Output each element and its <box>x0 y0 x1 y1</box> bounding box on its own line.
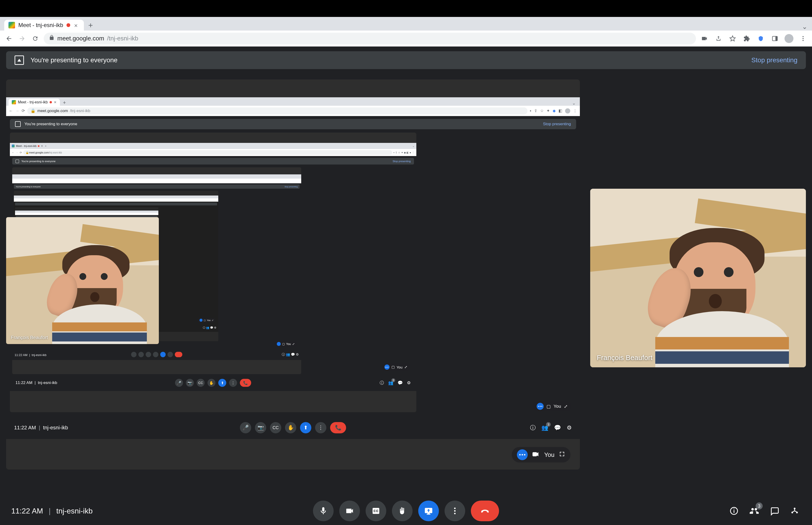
browser-tab-active[interactable]: Meet - tnj-esni-ikb <box>4 20 84 31</box>
profile-avatar[interactable] <box>784 34 794 43</box>
svg-point-6 <box>454 508 456 509</box>
nested-newtab: + <box>61 100 68 106</box>
tab-strip: Meet - tnj-esni-ikb + ⌄ <box>0 17 812 31</box>
nested-forward-icon: → <box>15 108 19 113</box>
participant-camera-tile[interactable]: François Beaufort <box>590 189 806 367</box>
n2yp-cam: ▢ <box>392 365 395 369</box>
separator: | <box>49 507 50 515</box>
close-tab-icon[interactable] <box>74 23 78 28</box>
n2t: 11:22 AM <box>16 380 32 385</box>
extensions-icon[interactable] <box>742 34 751 43</box>
nested-hangup: 📞 <box>330 422 346 433</box>
nested-favicon <box>12 100 16 104</box>
bookmark-star-icon[interactable] <box>728 34 737 43</box>
n2pres: ⬆ <box>218 379 226 387</box>
nested-share-icon: ⇪ <box>534 108 537 113</box>
mini-right-2: ⓘ 👥 💬 ⚙ <box>203 326 216 329</box>
nested-ext2-icon: ◆ <box>553 108 556 113</box>
leave-call-button[interactable] <box>471 500 499 521</box>
nested-chat-icon: 💬 <box>554 424 561 431</box>
nested-people-badge: 3 <box>546 422 551 427</box>
n2cc: CC <box>197 379 205 387</box>
nested-mic: 🎤 <box>240 422 251 433</box>
forward-button[interactable] <box>17 34 27 43</box>
right-controls: 3 <box>728 505 801 517</box>
deep-chrome1 <box>12 174 301 179</box>
nested2-banner: You're presenting to everyone Stop prese… <box>12 158 414 165</box>
nested-meeting-info: 11:22 AM | tnj-esni-ikb <box>14 425 68 431</box>
meeting-info[interactable]: 11:22 AM | tnj-esni-ikb <box>11 507 93 515</box>
url-input[interactable]: meet.google.com/tnj-esni-ikb <box>44 33 696 44</box>
share-icon[interactable] <box>714 34 723 43</box>
mc1c2 <box>153 352 158 357</box>
new-tab-button[interactable]: + <box>85 20 96 31</box>
nested-screenshot: Meet - tnj-esni-ikb ✕ + ⌄ ← → ⟳ 🔒 meet.g… <box>6 97 580 439</box>
deep-banner1: You're presenting to everyoneStop presen… <box>14 184 300 189</box>
self-view-camera-icon <box>532 451 540 459</box>
myp1e: ⤢ <box>292 342 295 346</box>
nested2-rec <box>38 145 40 147</box>
camera-indicator-icon[interactable] <box>700 34 709 43</box>
chat-button[interactable] <box>768 505 781 517</box>
self-view-pill[interactable]: You <box>512 447 570 463</box>
chrome-menu-icon[interactable] <box>798 34 808 43</box>
svg-point-3 <box>802 38 804 39</box>
presentation-tile[interactable]: Meet - tnj-esni-ikb ✕ + ⌄ ← → ⟳ 🔒 meet.g… <box>6 79 580 469</box>
tabs-dropdown-icon[interactable]: ⌄ <box>800 23 809 31</box>
nested2-controls: 🎤 📷 CC ✋ ⬆ ⋮ 📞 <box>175 379 251 387</box>
back-button[interactable] <box>4 34 14 43</box>
n2yp-you: You <box>397 365 402 369</box>
meet-favicon <box>9 22 15 28</box>
myp1y: You <box>286 342 291 346</box>
nested-more: ⋮ <box>315 422 326 433</box>
nested2-reload: ⟳ <box>20 151 22 154</box>
mini-controls-1 <box>131 352 182 357</box>
nested2-path: /tnj-esni-ikb <box>49 151 62 154</box>
nested2-plus: + <box>45 145 46 147</box>
camera-button[interactable] <box>339 500 360 521</box>
n2people: 👥3 <box>388 380 393 386</box>
myp1c: ▢ <box>282 342 285 346</box>
mini-you-pill-1: ▢ You ⤢ <box>274 341 297 347</box>
svg-point-4 <box>802 40 804 41</box>
stop-presenting-button[interactable]: Stop presenting <box>751 56 797 64</box>
nested2-addrbar: ←→⟳ 🔒 meet.google.com/tnj-esni-ikb ▪ ⇪ ☆… <box>10 149 416 156</box>
n2c: tnj-esni-ikb <box>38 380 57 385</box>
activities-button[interactable] <box>788 505 801 517</box>
mini-right-1: ⓘ 👥 💬 ⚙ <box>282 352 299 357</box>
raise-hand-button[interactable] <box>392 500 413 521</box>
deep-addr3 <box>15 213 158 215</box>
show-everyone-button[interactable]: 3 <box>748 505 760 517</box>
nested2-banner-text: You're presenting to everyone <box>21 160 56 163</box>
more-options-button[interactable] <box>445 500 465 521</box>
nested2-chrome: Meet - tnj-esni-ikb ✕ + ⌄ <box>10 143 416 149</box>
nested-tabstrip: Meet - tnj-esni-ikb ✕ + ⌄ <box>6 97 580 106</box>
mc1e <box>168 352 173 357</box>
n2hand: ✋ <box>208 379 215 387</box>
deep-addr2 <box>14 198 218 201</box>
address-bar: meet.google.com/tnj-esni-ikb <box>0 31 812 46</box>
nested-reload-icon: ⟳ <box>21 108 25 113</box>
meeting-code: tnj-esni-ikb <box>56 507 93 515</box>
myp2y: You <box>207 319 211 321</box>
deep-banner2 <box>15 202 217 205</box>
meeting-details-button[interactable] <box>728 505 740 517</box>
self-view-expand-icon[interactable] <box>559 451 565 459</box>
sidepanel-icon[interactable] <box>770 34 780 43</box>
toolbar-icons <box>700 34 808 43</box>
microphone-button[interactable] <box>313 500 334 521</box>
self-view-options-icon[interactable] <box>517 449 528 460</box>
nested2-back: ← <box>12 151 14 154</box>
nested-avatar <box>565 108 570 114</box>
nested-toolbar-icons: ▪ ⇪ ☆ ✦ ◆ ◧ ⋮ <box>530 108 577 114</box>
macos-notch-bar <box>0 0 812 17</box>
nested-url-host: meet.google.com <box>37 108 68 113</box>
presenting-banner: You're presenting to everyone Stop prese… <box>6 51 806 69</box>
extension-pinned-icon[interactable] <box>756 34 765 43</box>
nested2-right: ⓘ 👥3 💬 ⚙ <box>380 380 411 386</box>
nested-menu-icon: ⋮ <box>573 108 577 113</box>
reload-button[interactable] <box>31 34 40 43</box>
captions-button[interactable] <box>366 500 386 521</box>
present-screen-button[interactable] <box>418 500 439 521</box>
svg-point-2 <box>802 36 804 37</box>
